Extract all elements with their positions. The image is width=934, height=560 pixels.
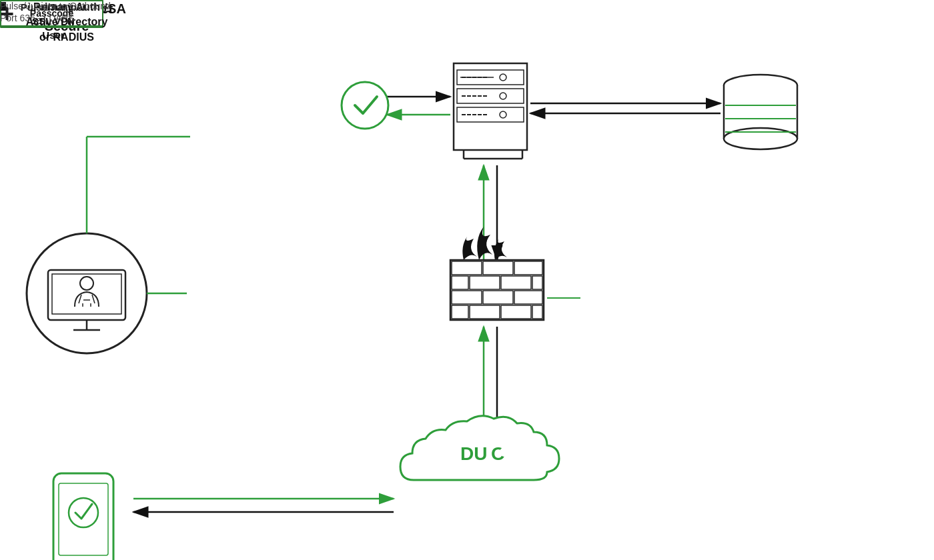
svg-rect-50 (470, 276, 500, 289)
svg-rect-7 (457, 107, 524, 122)
svg-rect-46 (452, 261, 482, 275)
svg-rect-52 (532, 276, 542, 289)
svg-rect-57 (470, 305, 500, 319)
svg-rect-69 (48, 270, 125, 320)
svg-point-31 (724, 75, 797, 96)
svg-rect-55 (514, 291, 542, 304)
svg-rect-80 (53, 473, 113, 560)
svg-rect-32 (724, 85, 797, 139)
svg-rect-4 (454, 63, 527, 150)
svg-rect-51 (501, 276, 531, 289)
svg-rect-47 (483, 261, 513, 275)
svg-line-74 (79, 295, 81, 303)
svg-point-35 (724, 128, 797, 149)
svg-text:O: O (491, 443, 506, 464)
svg-point-73 (80, 277, 93, 290)
svg-rect-5 (457, 70, 524, 85)
svg-point-82 (69, 498, 98, 527)
svg-rect-81 (59, 483, 108, 555)
svg-point-15 (500, 74, 506, 81)
svg-line-75 (92, 295, 95, 303)
diagram: DU O (0, 0, 934, 560)
svg-point-68 (27, 233, 147, 353)
svg-rect-58 (501, 305, 531, 319)
svg-text:DU: DU (460, 443, 487, 464)
svg-point-67 (342, 82, 388, 129)
svg-rect-6 (457, 89, 524, 103)
svg-point-27 (500, 111, 506, 118)
svg-point-21 (500, 93, 506, 99)
svg-rect-70 (52, 274, 121, 314)
plus-sign: + (0, 0, 14, 28)
svg-point-64 (500, 447, 509, 457)
svg-rect-54 (483, 291, 513, 304)
outbound-label: Pulse/Juniper to Outbound Port 636 - LDA… (0, 0, 187, 24)
svg-rect-56 (452, 305, 468, 319)
svg-rect-45 (450, 260, 544, 320)
svg-rect-49 (452, 276, 468, 289)
svg-rect-48 (514, 261, 542, 275)
svg-rect-59 (532, 305, 542, 319)
svg-rect-53 (452, 291, 482, 304)
